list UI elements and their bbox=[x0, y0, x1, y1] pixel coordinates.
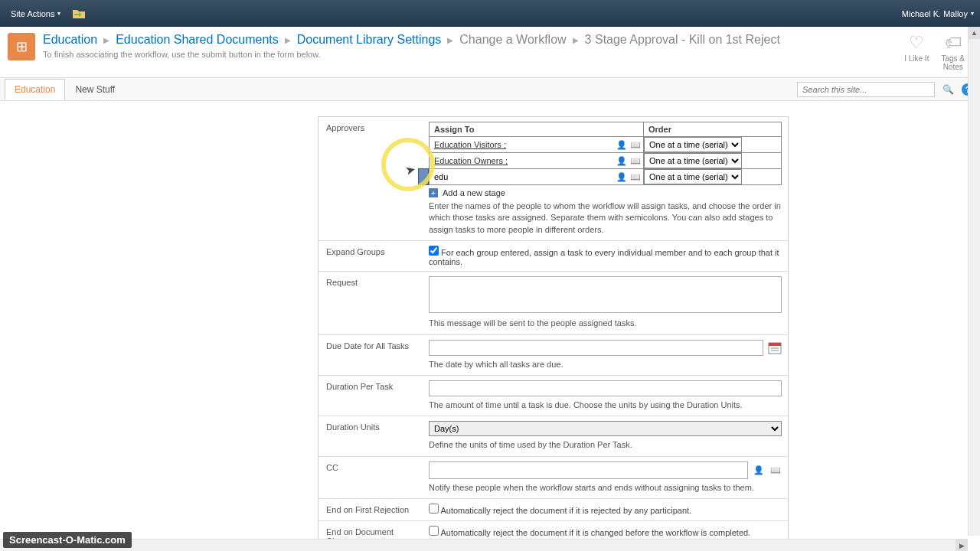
tags-notes-label: Tags & Notes bbox=[941, 54, 965, 71]
tags-notes-button[interactable]: 🏷 Tags & Notes bbox=[941, 33, 965, 71]
scroll-up-icon[interactable]: ▲ bbox=[969, 27, 980, 39]
end-change-text: Automatically reject the document if it … bbox=[440, 528, 750, 537]
heart-icon: ♡ bbox=[904, 33, 929, 53]
top-ribbon: Site Actions Michael K. Malloy bbox=[0, 0, 980, 27]
i-like-it-label: I Like It bbox=[904, 54, 929, 63]
assign-to-header: Assign To bbox=[430, 122, 644, 137]
approvers-help: Enter the names of the people to whom th… bbox=[429, 201, 782, 236]
cc-label: CC bbox=[318, 457, 423, 498]
nav-strip: Education New Stuff 🔍 ? bbox=[0, 78, 980, 101]
assign-to-input-1[interactable] bbox=[430, 138, 614, 152]
site-logo[interactable]: ⊞ bbox=[8, 33, 35, 60]
add-stage-button[interactable]: + bbox=[429, 188, 438, 197]
order-select-1[interactable]: One at a time (serial) bbox=[644, 137, 742, 152]
assign-to-input-2[interactable] bbox=[430, 154, 614, 168]
browse-icon[interactable]: 📖 bbox=[769, 465, 782, 475]
breadcrumb: Education ▶ Education Shared Documents ▶… bbox=[43, 33, 904, 47]
chevron-icon: ▶ bbox=[444, 36, 456, 44]
workflow-form: Approvers Assign To Order 👤 📖 bbox=[318, 116, 789, 551]
site-actions-menu[interactable]: Site Actions bbox=[6, 6, 65, 21]
due-date-label: Due Date for All Tasks bbox=[318, 335, 423, 375]
page-subtitle: To finish associating the workflow, use … bbox=[43, 50, 904, 59]
approvers-table: Assign To Order 👤 📖 One at a time ( bbox=[429, 122, 782, 185]
browse-icon[interactable]: 📖 bbox=[629, 155, 642, 166]
tag-icon: 🏷 bbox=[941, 33, 965, 53]
scroll-right-icon[interactable]: ▶ bbox=[956, 540, 968, 551]
horizontal-scrollbar[interactable]: ▶ bbox=[0, 539, 968, 551]
duration-units-select[interactable]: Day(s) bbox=[429, 421, 782, 436]
duration-task-label: Duration Per Task bbox=[318, 376, 423, 416]
duration-units-help: Define the units of time used by the Dur… bbox=[429, 439, 782, 451]
request-textarea[interactable] bbox=[429, 276, 782, 313]
order-select-3[interactable]: One at a time (serial) bbox=[644, 169, 742, 184]
order-header: Order bbox=[644, 122, 782, 137]
watermark: Screencast-O-Matic.com bbox=[3, 532, 132, 548]
search-input[interactable] bbox=[797, 82, 935, 97]
bc-docs[interactable]: Education Shared Documents bbox=[116, 33, 279, 47]
bc-education[interactable]: Education bbox=[43, 33, 97, 47]
check-names-icon[interactable]: 👤 bbox=[616, 155, 628, 166]
browse-icon[interactable]: 📖 bbox=[629, 139, 642, 150]
expand-groups-label: Expand Groups bbox=[318, 241, 423, 271]
tab-new-stuff[interactable]: New Stuff bbox=[65, 79, 125, 100]
row-selector[interactable] bbox=[418, 168, 429, 185]
assign-to-input-3[interactable] bbox=[430, 170, 614, 184]
approvers-label: Approvers bbox=[318, 117, 423, 240]
order-select-2[interactable]: One at a time (serial) bbox=[644, 153, 742, 168]
logo-icon: ⊞ bbox=[16, 38, 28, 55]
check-names-icon[interactable]: 👤 bbox=[616, 139, 628, 150]
request-help: This message will be sent to the people … bbox=[429, 318, 782, 329]
due-date-input[interactable] bbox=[429, 340, 763, 356]
tab-education[interactable]: Education bbox=[5, 79, 65, 100]
cc-help: Notify these people when the workflow st… bbox=[429, 482, 782, 494]
duration-units-label: Duration Units bbox=[318, 416, 423, 455]
calendar-icon[interactable] bbox=[768, 341, 782, 354]
check-names-icon[interactable]: 👤 bbox=[753, 465, 765, 475]
cc-input[interactable] bbox=[429, 461, 748, 479]
request-label: Request bbox=[318, 272, 423, 334]
duration-task-help: The amount of time until a task is due. … bbox=[429, 399, 782, 411]
navigate-up-icon[interactable] bbox=[71, 6, 87, 21]
svg-rect-1 bbox=[769, 343, 781, 346]
end-reject-label: End on First Rejection bbox=[318, 499, 423, 520]
chevron-icon: ▶ bbox=[100, 36, 113, 44]
search-icon[interactable]: 🔍 bbox=[941, 83, 956, 96]
browse-icon[interactable]: 📖 bbox=[629, 171, 642, 182]
duration-task-input[interactable] bbox=[429, 380, 782, 396]
bc-workflow-name: 3 Stage Approval - Kill on 1st Reject bbox=[585, 33, 780, 47]
end-reject-text: Automatically reject the document if it … bbox=[440, 506, 691, 515]
bc-change: Change a Workflow bbox=[459, 33, 566, 47]
chevron-icon: ▶ bbox=[570, 36, 582, 44]
i-like-it-button[interactable]: ♡ I Like It bbox=[904, 33, 929, 71]
check-names-icon[interactable]: 👤 bbox=[616, 171, 628, 182]
vertical-scrollbar[interactable]: ▲ bbox=[968, 27, 980, 536]
user-menu[interactable]: Michael K. Malloy bbox=[902, 9, 974, 18]
add-stage-label: Add a new stage bbox=[443, 188, 505, 197]
end-reject-checkbox[interactable] bbox=[429, 504, 439, 514]
end-change-checkbox[interactable] bbox=[429, 526, 439, 536]
chevron-icon: ▶ bbox=[282, 36, 294, 44]
header-bar: ⊞ Education ▶ Education Shared Documents… bbox=[0, 27, 980, 78]
due-date-help: The date by which all tasks are due. bbox=[429, 359, 782, 370]
expand-groups-text: For each group entered, assign a task to… bbox=[429, 248, 779, 266]
bc-settings[interactable]: Document Library Settings bbox=[297, 33, 442, 47]
expand-groups-checkbox[interactable] bbox=[429, 246, 439, 256]
